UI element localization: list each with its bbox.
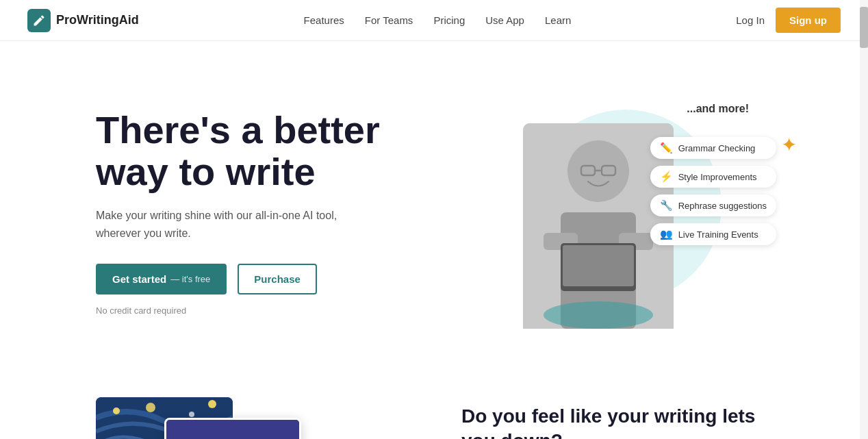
swirl-svg (166, 420, 301, 439)
grammar-label: Grammar Checking (678, 143, 756, 153)
logo-text: ProWritingAid (56, 13, 139, 27)
hero-buttons: Get started — it's free Purchase (96, 264, 452, 294)
badge-grammar: ✏️ Grammar Checking (650, 137, 776, 159)
scrollbar-thumb[interactable] (860, 7, 868, 48)
section-two-left: My idea in my head (96, 397, 407, 439)
rephrase-label: Rephrase suggestions (678, 201, 767, 211)
navbar: ProWritingAid Features For Teams Pricing… (0, 0, 868, 41)
badge-training: 👥 Live Training Events (650, 223, 776, 245)
section-two-right: Do you feel like your writing lets you d… (461, 397, 772, 439)
section-two-title: Do you feel like your writing lets you d… (461, 404, 772, 439)
logo-icon (27, 9, 51, 32)
nav-pricing[interactable]: Pricing (433, 14, 465, 26)
logo-link[interactable]: ProWritingAid (27, 9, 139, 32)
svg-point-12 (113, 407, 120, 414)
feature-badges: ✏️ Grammar Checking ⚡ Style Improvements… (650, 137, 776, 245)
svg-rect-20 (166, 420, 301, 439)
page-scrollbar[interactable] (860, 0, 868, 439)
svg-point-10 (544, 301, 653, 329)
hero-note: No credit card required (96, 305, 452, 316)
star-icon: ✦ (781, 134, 797, 156)
get-started-suffix: — it's free (170, 274, 210, 284)
hero-section: There's a better way to write Make your … (0, 41, 868, 384)
svg-point-13 (146, 403, 155, 412)
nav-use-app[interactable]: Use App (485, 14, 524, 26)
nav-for-teams[interactable]: For Teams (365, 14, 413, 26)
rephrase-icon: 🔧 (660, 199, 673, 212)
purchase-button[interactable]: Purchase (238, 264, 317, 294)
hero-illustration: ...and more! ✦ ✏️ Grammar Checking ⚡ Sty… (509, 96, 756, 329)
get-started-label: Get started (112, 273, 166, 285)
badge-style: ⚡ Style Improvements (650, 166, 776, 188)
svg-point-14 (189, 412, 194, 417)
main-nav: Features For Teams Pricing Use App Learn (304, 14, 572, 27)
nav-features[interactable]: Features (304, 14, 344, 26)
badge-rephrase: 🔧 Rephrase suggestions (650, 195, 776, 216)
navbar-actions: Log In Sign up (736, 8, 841, 33)
section-two: My idea in my head Do you feel like your… (0, 384, 868, 439)
hero-right: ...and more! ✦ ✏️ Grammar Checking ⚡ Sty… (452, 82, 813, 342)
hero-left: There's a better way to write Make your … (96, 109, 452, 316)
artwork-container: My idea in my head (96, 397, 329, 439)
get-started-button[interactable]: Get started — it's free (96, 264, 227, 294)
training-icon: 👥 (660, 228, 673, 240)
svg-rect-9 (563, 245, 634, 286)
style-icon: ⚡ (660, 171, 673, 183)
artwork-overlay (164, 418, 301, 439)
svg-point-15 (208, 400, 216, 408)
style-label: Style Improvements (678, 172, 757, 182)
hero-title: There's a better way to write (96, 109, 452, 193)
signup-button[interactable]: Sign up (776, 8, 841, 33)
nav-learn[interactable]: Learn (545, 14, 571, 26)
and-more-label: ...and more! (687, 103, 749, 115)
training-label: Live Training Events (678, 229, 758, 240)
logo-svg (32, 14, 46, 27)
hero-subtitle: Make your writing shine with our all-in-… (96, 207, 356, 242)
grammar-icon: ✏️ (660, 142, 673, 154)
login-link[interactable]: Log In (736, 14, 765, 26)
